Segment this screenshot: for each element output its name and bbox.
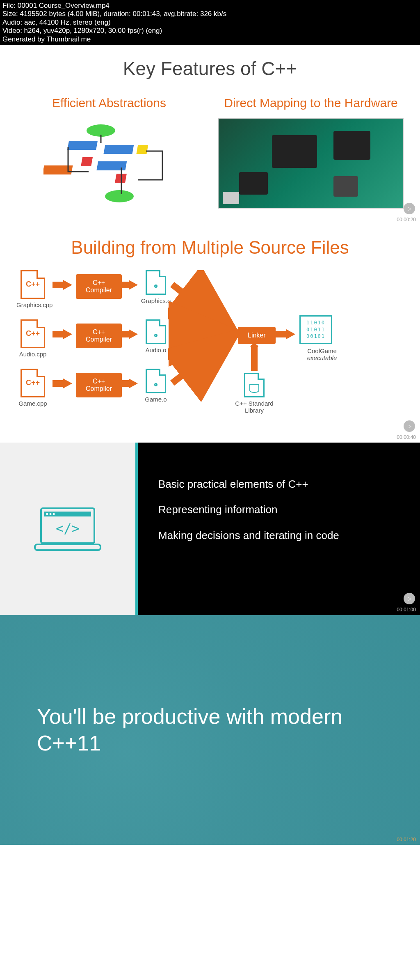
game-cpp-label: Game.cpp <box>16 400 49 407</box>
executable-icon: 110100101100101 <box>299 315 332 344</box>
audio-cpp-file: C++ Audio.cpp <box>16 319 49 358</box>
arrow-icon <box>63 379 72 388</box>
object-file-icon <box>146 319 166 344</box>
file-audio-line: Audio: aac, 44100 Hz, stereo (eng) <box>2 18 418 27</box>
bullet-2: Representing information <box>158 497 399 522</box>
timestamp-3: 00:01:00 <box>397 607 416 613</box>
arrow-icon <box>63 329 72 339</box>
arrow-icon <box>286 329 295 339</box>
svg-rect-22 <box>35 544 100 550</box>
stdlib-label: C++ Standard Library <box>226 400 283 414</box>
svg-rect-2 <box>103 145 134 154</box>
abstractions-diagram-icon <box>16 118 202 209</box>
slide3-content: Basic practical elements of C++ Represen… <box>135 443 420 615</box>
compiler-box-3: C++ Compiler <box>76 373 122 397</box>
compiler-box-1: C++ Compiler <box>76 274 122 299</box>
object-file-icon <box>146 270 166 295</box>
graphics-cpp-file: C++ Graphics.cpp <box>16 270 49 308</box>
arrow-icon <box>52 331 64 337</box>
svg-text:</>: </> <box>56 521 80 536</box>
game-cpp-file: C++ Game.cpp <box>16 369 49 407</box>
slide-key-features: Key Features of C++ Efficient Abstractio… <box>0 45 420 225</box>
svg-point-18 <box>46 513 48 515</box>
arrow-icon <box>129 379 138 388</box>
object-file-icon <box>146 369 166 393</box>
svg-line-10 <box>172 285 228 328</box>
feature-abstractions-title: Efficient Abstractions <box>16 96 202 110</box>
arrow-up-icon <box>248 342 260 373</box>
arrow-icon <box>118 282 130 288</box>
linker-box: Linker <box>238 327 276 344</box>
svg-line-12 <box>172 340 228 383</box>
graphics-o-file: Graphics.o <box>139 270 172 304</box>
laptop-code-icon: </> <box>31 504 105 553</box>
file-name-line: File: 00001 Course_Overview.mp4 <box>2 2 418 10</box>
arrow-icon <box>52 380 64 387</box>
svg-rect-3 <box>136 145 148 154</box>
svg-rect-1 <box>67 141 98 150</box>
play-icon: ▷ <box>404 420 415 432</box>
arrow-icon <box>52 282 64 288</box>
file-size-line: Size: 4195502 bytes (4.00 MiB), duration… <box>2 10 418 18</box>
slide-bullets: </> Basic practical elements of C++ Repr… <box>0 443 420 615</box>
cpp-file-icon: C++ <box>21 270 45 299</box>
arrow-icon <box>129 329 138 339</box>
slide1-title: Key Features of C++ <box>16 57 404 80</box>
play-icon: ▷ <box>404 203 415 214</box>
bullet-3: Making decisions and iterating in code <box>158 523 399 548</box>
slide-productive: You'll be productive with modern C++11 0… <box>0 615 420 845</box>
slide4-heading: You'll be productive with modern C++11 <box>37 703 383 757</box>
game-o-file: Game.o <box>139 369 172 403</box>
feature-hardware-title: Direct Mapping to the Hardware <box>218 96 404 110</box>
svg-rect-4 <box>81 157 93 166</box>
slide-building-source: Building from Multiple Source Files C++ … <box>0 225 420 443</box>
exe-sub-label: executable <box>299 354 345 361</box>
cpp-file-icon: C++ <box>21 319 45 348</box>
audio-o-file: Audio.o <box>139 319 172 353</box>
feature-abstractions: Efficient Abstractions <box>16 96 202 209</box>
build-diagram: C++ Graphics.cpp C++ Compiler Graphics.o… <box>12 270 408 426</box>
exe-name-label: CoolGame <box>299 347 345 354</box>
feature-hardware: Direct Mapping to the Hardware <box>218 96 404 209</box>
slide3-graphic: </> <box>0 443 135 615</box>
timestamp-2: 00:00:40 <box>397 434 416 440</box>
arrow-icon <box>129 280 138 290</box>
svg-marker-15 <box>250 342 258 347</box>
svg-point-19 <box>50 513 52 515</box>
executable-block: 110100101100101 CoolGame executable <box>299 315 345 361</box>
arrow-icon <box>118 380 130 387</box>
library-icon <box>244 373 265 397</box>
stdlib-block: C++ Standard Library <box>226 373 283 414</box>
bullet-1: Basic practical elements of C++ <box>158 471 399 497</box>
file-generator-line: Generated by Thumbnail me <box>2 35 418 44</box>
game-o-label: Game.o <box>139 396 172 403</box>
timestamp-4: 00:01:20 <box>397 837 416 842</box>
svg-rect-5 <box>96 161 127 170</box>
svg-point-8 <box>105 190 134 202</box>
timestamp-1: 00:00:20 <box>397 217 416 223</box>
arrow-icon <box>63 280 72 290</box>
audio-o-label: Audio.o <box>139 347 172 353</box>
arrow-icon <box>118 331 130 337</box>
slide2-title: Building from Multiple Source Files <box>12 237 408 258</box>
circuit-board-icon <box>218 118 404 209</box>
svg-point-20 <box>53 513 55 515</box>
audio-cpp-label: Audio.cpp <box>16 351 49 358</box>
arrow-icon <box>275 331 287 337</box>
compiler-box-2: C++ Compiler <box>76 324 122 348</box>
graphics-o-label: Graphics.o <box>139 297 172 304</box>
cpp-file-icon: C++ <box>21 369 45 397</box>
file-info-header: File: 00001 Course_Overview.mp4 Size: 41… <box>0 0 420 45</box>
play-icon: ▷ <box>404 593 415 604</box>
graphics-cpp-label: Graphics.cpp <box>16 301 49 308</box>
file-video-line: Video: h264, yuv420p, 1280x720, 30.00 fp… <box>2 27 418 35</box>
